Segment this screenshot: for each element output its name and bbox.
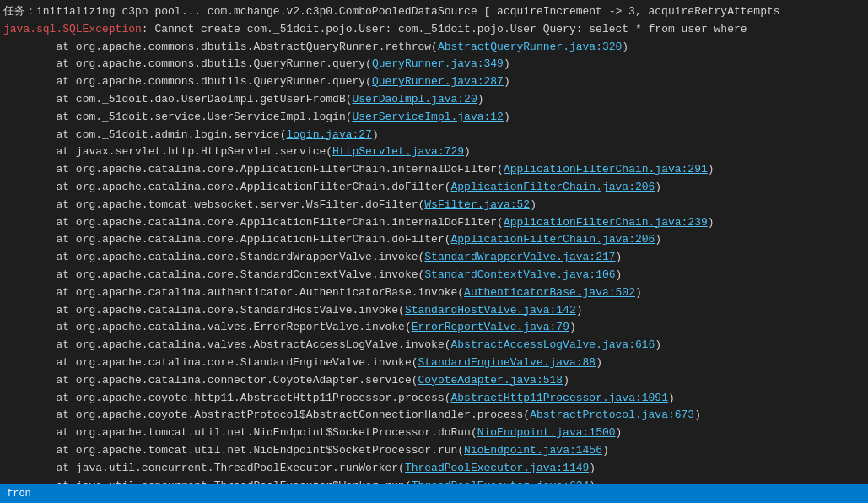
stack-trace-link[interactable]: AbstractAccessLogValve.java:616 bbox=[451, 337, 655, 354]
stack-trace-link[interactable]: login.java:27 bbox=[286, 127, 371, 144]
console-text: at org.apache.catalina.core.StandardWrap… bbox=[3, 249, 424, 267]
console-text: at org.apache.catalina.core.StandardCont… bbox=[3, 267, 424, 284]
console-line: at org.apache.tomcat.util.net.NioEndpoin… bbox=[0, 425, 868, 442]
console-line: at org.apache.catalina.core.ApplicationF… bbox=[0, 214, 868, 232]
stack-trace-link[interactable]: NioEndpoint.java:1456 bbox=[464, 442, 602, 460]
console-line: at org.apache.commons.dbutils.QueryRunne… bbox=[0, 73, 868, 91]
stack-trace-link[interactable]: StandardContextValve.java:106 bbox=[424, 267, 615, 284]
stack-trace-link[interactable]: CoyoteAdapter.java:518 bbox=[418, 372, 563, 390]
console-text: ) bbox=[616, 425, 623, 442]
stack-trace-link[interactable]: ApplicationFilterChain.java:206 bbox=[451, 231, 655, 249]
console-text: at org.apache.coyote.http11.AbstractHttp… bbox=[3, 390, 451, 408]
console-text: at org.apache.catalina.authenticator.Aut… bbox=[3, 284, 464, 302]
console-line: at org.apache.coyote.AbstractProtocol$Ab… bbox=[0, 407, 868, 425]
stack-trace-link[interactable]: AbstractQueryRunner.java:320 bbox=[438, 39, 622, 57]
console-line: at org.apache.catalina.core.ApplicationF… bbox=[0, 231, 868, 249]
console-text: : Cannot create com._51doit.pojo.User: c… bbox=[142, 21, 754, 39]
console-line: at org.apache.catalina.connector.CoyoteA… bbox=[0, 372, 868, 390]
console-text: ) bbox=[655, 231, 661, 249]
console-text: at org.apache.tomcat.util.net.NioEndpoin… bbox=[3, 425, 477, 442]
console-line: at javax.servlet.http.HttpServlet.servic… bbox=[0, 143, 868, 161]
console-output: 任务：initializing c3po pool... com.mchange… bbox=[0, 0, 868, 503]
console-text: java.sql.SQLException bbox=[3, 21, 142, 39]
console-text: ) bbox=[635, 284, 642, 302]
console-text: ) bbox=[655, 179, 661, 197]
console-line: at org.apache.catalina.core.StandardCont… bbox=[0, 267, 868, 284]
console-text: ) bbox=[477, 91, 484, 109]
stack-trace-link[interactable]: WsFilter.java:52 bbox=[424, 197, 530, 214]
stack-trace-link[interactable]: ThreadPoolExecutor.java:1149 bbox=[405, 460, 589, 478]
console-text: ) bbox=[504, 73, 510, 91]
console-text: at org.apache.commons.dbutils.QueryRunne… bbox=[3, 56, 372, 73]
stack-trace-link[interactable]: ErrorReportValve.java:79 bbox=[412, 319, 569, 337]
console-text: ) bbox=[372, 127, 379, 144]
console-text: ) bbox=[576, 302, 583, 320]
console-line: at org.apache.tomcat.websocket.server.Ws… bbox=[0, 197, 868, 214]
console-line: at org.apache.coyote.http11.AbstractHttp… bbox=[0, 390, 868, 408]
console-text: ) bbox=[596, 354, 602, 372]
console-text: at org.apache.tomcat.websocket.server.Ws… bbox=[3, 197, 424, 214]
console-text: ) bbox=[616, 267, 623, 284]
console-line: at org.apache.catalina.core.ApplicationF… bbox=[0, 161, 868, 179]
console-line: at org.apache.catalina.core.StandardHost… bbox=[0, 302, 868, 320]
console-line: at com._51doit.dao.UserDaoImpl.getUserFr… bbox=[0, 91, 868, 109]
console-line: at org.apache.commons.dbutils.QueryRunne… bbox=[0, 56, 868, 73]
stack-trace-link[interactable]: ApplicationFilterChain.java:291 bbox=[504, 161, 708, 179]
console-text: at org.apache.catalina.valves.ErrorRepor… bbox=[3, 319, 412, 337]
stack-trace-link[interactable]: QueryRunner.java:349 bbox=[372, 56, 504, 73]
bottom-bar-text: fron bbox=[7, 488, 31, 500]
stack-trace-link[interactable]: QueryRunner.java:287 bbox=[372, 73, 504, 91]
console-text: ) bbox=[504, 56, 510, 73]
console-text: at org.apache.coyote.AbstractProtocol$Ab… bbox=[3, 407, 530, 425]
console-line: at org.apache.catalina.valves.AbstractAc… bbox=[0, 337, 868, 354]
console-text: ) bbox=[668, 390, 675, 408]
console-text: ) bbox=[616, 249, 623, 267]
stack-trace-link[interactable]: ApplicationFilterChain.java:206 bbox=[451, 179, 655, 197]
console-text: ) bbox=[708, 161, 714, 179]
console-text: at org.apache.catalina.connector.CoyoteA… bbox=[3, 372, 418, 390]
bottom-bar: fron bbox=[0, 484, 868, 503]
console-text: at javax.servlet.http.HttpServlet.servic… bbox=[3, 143, 332, 161]
stack-trace-link[interactable]: StandardWrapperValve.java:217 bbox=[424, 249, 615, 267]
console-text: at com._51doit.admin.login.service( bbox=[3, 127, 286, 144]
console-text: at org.apache.catalina.core.ApplicationF… bbox=[3, 161, 504, 179]
stack-trace-link[interactable]: AbstractProtocol.java:673 bbox=[530, 407, 694, 425]
console-line: at org.apache.catalina.core.StandardEngi… bbox=[0, 354, 868, 372]
console-line: at org.apache.catalina.authenticator.Aut… bbox=[0, 284, 868, 302]
console-text: at org.apache.commons.dbutils.AbstractQu… bbox=[3, 39, 438, 57]
console-text: ) bbox=[464, 143, 471, 161]
stack-trace-link[interactable]: StandardHostValve.java:142 bbox=[405, 302, 576, 320]
console-text: ) bbox=[694, 407, 701, 425]
console-text: ) bbox=[530, 197, 536, 214]
console-line: java.sql.SQLException: Cannot create com… bbox=[0, 21, 868, 39]
console-text: ) bbox=[708, 214, 714, 232]
console-line: at org.apache.catalina.core.ApplicationF… bbox=[0, 179, 868, 197]
console-text: ) bbox=[589, 460, 596, 478]
stack-trace-link[interactable]: AbstractHttp11Processor.java:1091 bbox=[451, 390, 668, 408]
stack-trace-link[interactable]: ApplicationFilterChain.java:239 bbox=[504, 214, 708, 232]
console-text: ) bbox=[504, 109, 510, 127]
console-line: at org.apache.tomcat.util.net.NioEndpoin… bbox=[0, 442, 868, 460]
console-line: at org.apache.commons.dbutils.AbstractQu… bbox=[0, 39, 868, 57]
console-text: at org.apache.catalina.core.StandardEngi… bbox=[3, 354, 418, 372]
stack-trace-link[interactable]: HttpServlet.java:729 bbox=[332, 143, 464, 161]
stack-trace-link[interactable]: UserServiceImpl.java:12 bbox=[352, 109, 503, 127]
console-line: at com._51doit.service.UserServiceImpl.l… bbox=[0, 109, 868, 127]
console-text: at org.apache.tomcat.util.net.NioEndpoin… bbox=[3, 442, 464, 460]
console-text: at com._51doit.dao.UserDaoImpl.getUserFr… bbox=[3, 91, 352, 109]
stack-trace-link[interactable]: AuthenticatorBase.java:502 bbox=[464, 284, 635, 302]
console-text: at org.apache.catalina.core.StandardHost… bbox=[3, 302, 405, 320]
console-text: at org.apache.commons.dbutils.QueryRunne… bbox=[3, 73, 372, 91]
console-line: 任务：initializing c3po pool... com.mchange… bbox=[0, 3, 868, 21]
stack-trace-link[interactable]: UserDaoImpl.java:20 bbox=[352, 91, 477, 109]
console-text: ) bbox=[622, 39, 628, 57]
console-text: ) bbox=[602, 442, 609, 460]
console-text: at org.apache.catalina.valves.AbstractAc… bbox=[3, 337, 451, 354]
console-line: at org.apache.catalina.valves.ErrorRepor… bbox=[0, 319, 868, 337]
console-line: at java.util.concurrent.ThreadPoolExecut… bbox=[0, 460, 868, 478]
console-text: ) bbox=[569, 319, 576, 337]
console-text: at org.apache.catalina.core.ApplicationF… bbox=[3, 231, 451, 249]
console-text: ) bbox=[655, 337, 661, 354]
stack-trace-link[interactable]: NioEndpoint.java:1500 bbox=[477, 425, 616, 442]
stack-trace-link[interactable]: StandardEngineValve.java:88 bbox=[418, 354, 596, 372]
